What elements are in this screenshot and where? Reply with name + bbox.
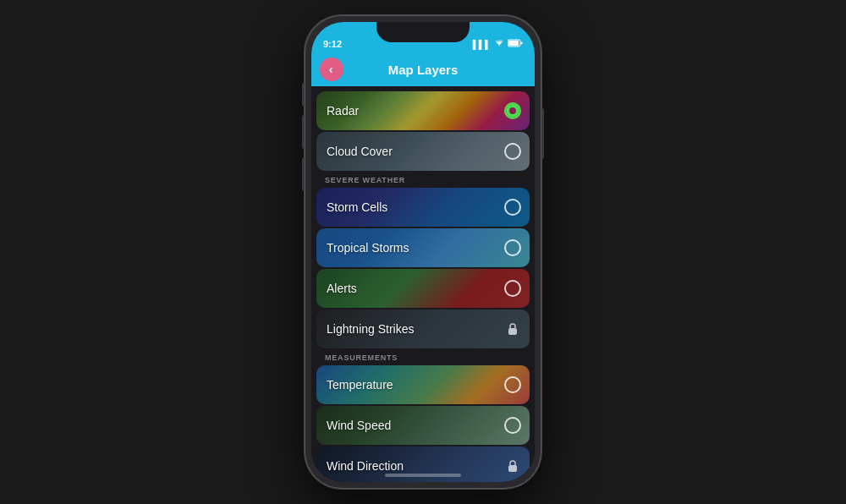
- content-area: Radar Cloud Cover SEVERE WEATHER: [311, 86, 535, 482]
- wind-speed-label: Wind Speed: [316, 419, 391, 432]
- wind-speed-toggle[interactable]: [504, 417, 521, 434]
- cloud-toggle[interactable]: [504, 143, 521, 160]
- wind-speed-radio[interactable]: [504, 417, 521, 434]
- tropical-storms-label: Tropical Storms: [316, 241, 409, 255]
- cloud-cover-label: Cloud Cover: [316, 145, 393, 158]
- layer-item-wind-speed[interactable]: Wind Speed: [316, 406, 530, 445]
- layer-item-lightning[interactable]: Lightning Strikes: [316, 310, 530, 348]
- home-indicator[interactable]: [385, 474, 461, 477]
- status-icons: ▌▌▌: [473, 39, 523, 49]
- cloud-radio[interactable]: [504, 143, 521, 160]
- wind-direction-lock[interactable]: [504, 457, 521, 474]
- volume-up-button[interactable]: [302, 115, 305, 149]
- layer-item-cloud-cover[interactable]: Cloud Cover: [316, 132, 530, 171]
- storm-radio[interactable]: [504, 199, 521, 216]
- layer-item-storm-cells[interactable]: Storm Cells: [316, 188, 530, 227]
- radar-radio[interactable]: [504, 102, 521, 119]
- layers-list: Radar Cloud Cover SEVERE WEATHER: [311, 86, 535, 482]
- storm-toggle[interactable]: [504, 199, 521, 216]
- layer-item-tropical-storms[interactable]: Tropical Storms: [316, 228, 530, 267]
- radar-toggle[interactable]: [504, 102, 521, 119]
- radar-label: Radar: [316, 104, 359, 118]
- severe-weather-header: SEVERE WEATHER: [311, 173, 535, 186]
- alerts-radio[interactable]: [504, 280, 521, 297]
- phone-notch: [376, 22, 470, 42]
- mute-button[interactable]: [302, 83, 305, 107]
- alerts-label: Alerts: [316, 282, 357, 295]
- temperature-toggle[interactable]: [504, 376, 521, 393]
- wind-direction-label: Wind Direction: [316, 459, 404, 473]
- alerts-toggle[interactable]: [504, 280, 521, 297]
- volume-down-button[interactable]: [302, 157, 305, 191]
- power-button[interactable]: [541, 108, 544, 159]
- measurements-header: MEASUREMENTS: [311, 350, 535, 364]
- temperature-radio[interactable]: [504, 376, 521, 393]
- back-arrow-icon: ‹: [329, 63, 333, 76]
- nav-bar: ‹ Map Layers: [311, 52, 535, 86]
- status-time: 9:12: [323, 39, 342, 49]
- layer-item-temperature[interactable]: Temperature: [316, 365, 530, 404]
- layer-item-alerts[interactable]: Alerts: [316, 269, 530, 308]
- layer-item-radar[interactable]: Radar: [316, 91, 530, 130]
- battery-icon: [508, 39, 523, 49]
- tropical-radio[interactable]: [504, 239, 521, 256]
- lightning-label: Lightning Strikes: [316, 322, 415, 336]
- back-button[interactable]: ‹: [320, 58, 343, 81]
- nav-title: Map Layers: [388, 63, 459, 77]
- phone-screen: 9:12 ▌▌▌: [311, 22, 535, 482]
- svg-rect-4: [508, 465, 517, 472]
- phone-frame: 9:12 ▌▌▌: [305, 15, 541, 489]
- lightning-lock[interactable]: [504, 320, 521, 337]
- temperature-label: Temperature: [316, 378, 393, 392]
- svg-rect-2: [521, 42, 523, 45]
- svg-rect-1: [508, 41, 519, 46]
- tropical-toggle[interactable]: [504, 239, 521, 256]
- svg-rect-3: [508, 328, 517, 335]
- storm-cells-label: Storm Cells: [316, 200, 387, 214]
- wifi-icon: [494, 39, 504, 49]
- signal-icon: ▌▌▌: [473, 40, 491, 49]
